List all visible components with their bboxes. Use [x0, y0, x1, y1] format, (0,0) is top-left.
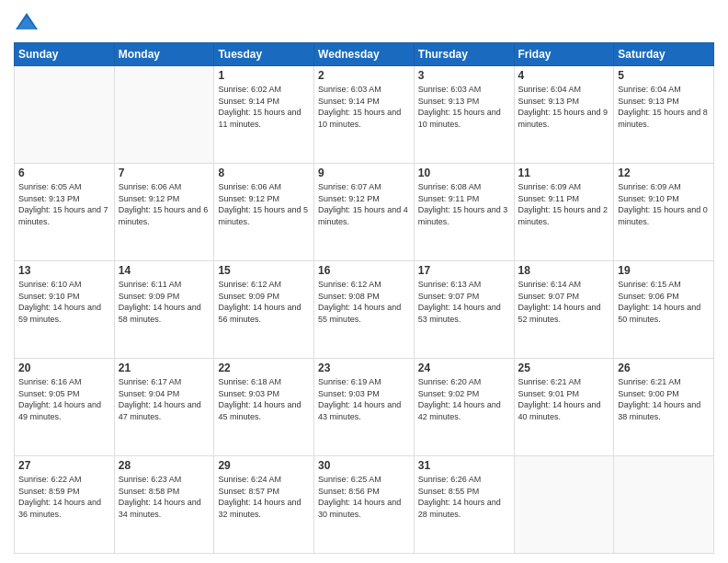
day-number: 17	[418, 264, 510, 277]
calendar-cell: 5 Sunrise: 6:04 AMSunset: 9:13 PMDayligh…	[614, 66, 714, 164]
day-number: 15	[218, 264, 310, 277]
logo-icon	[14, 9, 40, 35]
day-info: Sunrise: 6:21 AMSunset: 9:01 PMDaylight:…	[518, 376, 610, 422]
calendar-cell: 21 Sunrise: 6:17 AMSunset: 9:04 PMDaylig…	[114, 359, 214, 456]
calendar-table: SundayMondayTuesdayWednesdayThursdayFrid…	[14, 42, 714, 554]
calendar-cell: 24 Sunrise: 6:20 AMSunset: 9:02 PMDaylig…	[414, 359, 514, 456]
day-info: Sunrise: 6:26 AMSunset: 8:55 PMDaylight:…	[418, 474, 510, 520]
calendar-cell: 10 Sunrise: 6:08 AMSunset: 9:11 PMDaylig…	[414, 164, 514, 261]
calendar-week-1: 1 Sunrise: 6:02 AMSunset: 9:14 PMDayligh…	[15, 66, 714, 164]
day-number: 6	[18, 167, 110, 179]
calendar-cell: 23 Sunrise: 6:19 AMSunset: 9:03 PMDaylig…	[314, 359, 415, 456]
day-info: Sunrise: 6:23 AMSunset: 8:58 PMDaylight:…	[119, 474, 210, 520]
day-info: Sunrise: 6:03 AMSunset: 9:14 PMDaylight:…	[318, 84, 410, 130]
calendar-header-row: SundayMondayTuesdayWednesdayThursdayFrid…	[15, 43, 714, 66]
day-number: 30	[318, 459, 410, 472]
day-info: Sunrise: 6:09 AMSunset: 9:10 PMDaylight:…	[618, 181, 710, 227]
calendar-cell: 22 Sunrise: 6:18 AMSunset: 9:03 PMDaylig…	[214, 359, 314, 456]
calendar-header-sunday: Sunday	[15, 43, 115, 66]
calendar-cell: 30 Sunrise: 6:25 AMSunset: 8:56 PMDaylig…	[314, 456, 415, 554]
calendar-cell: 13 Sunrise: 6:10 AMSunset: 9:10 PMDaylig…	[15, 261, 115, 359]
day-number: 19	[618, 264, 710, 277]
calendar-cell: 6 Sunrise: 6:05 AMSunset: 9:13 PMDayligh…	[15, 164, 115, 261]
day-number: 13	[18, 264, 110, 277]
day-number: 3	[418, 69, 510, 82]
day-number: 22	[218, 362, 310, 374]
day-info: Sunrise: 6:13 AMSunset: 9:07 PMDaylight:…	[418, 279, 510, 325]
calendar-cell: 14 Sunrise: 6:11 AMSunset: 9:09 PMDaylig…	[114, 261, 214, 359]
logo	[14, 9, 43, 35]
calendar-cell: 25 Sunrise: 6:21 AMSunset: 9:01 PMDaylig…	[514, 359, 614, 456]
calendar-week-4: 20 Sunrise: 6:16 AMSunset: 9:05 PMDaylig…	[15, 359, 714, 456]
calendar-cell: 4 Sunrise: 6:04 AMSunset: 9:13 PMDayligh…	[514, 66, 614, 164]
day-info: Sunrise: 6:03 AMSunset: 9:13 PMDaylight:…	[418, 84, 510, 130]
calendar-header-monday: Monday	[114, 43, 214, 66]
day-number: 28	[119, 459, 210, 472]
day-info: Sunrise: 6:21 AMSunset: 9:00 PMDaylight:…	[618, 376, 710, 422]
day-number: 2	[318, 69, 410, 82]
calendar-header-friday: Friday	[514, 43, 614, 66]
calendar-header-thursday: Thursday	[414, 43, 514, 66]
day-info: Sunrise: 6:11 AMSunset: 9:09 PMDaylight:…	[119, 279, 210, 325]
day-info: Sunrise: 6:08 AMSunset: 9:11 PMDaylight:…	[418, 181, 510, 227]
calendar-cell	[114, 66, 214, 164]
day-number: 1	[218, 69, 310, 82]
calendar-cell: 28 Sunrise: 6:23 AMSunset: 8:58 PMDaylig…	[114, 456, 214, 554]
calendar-cell: 11 Sunrise: 6:09 AMSunset: 9:11 PMDaylig…	[514, 164, 614, 261]
calendar-cell: 2 Sunrise: 6:03 AMSunset: 9:14 PMDayligh…	[314, 66, 415, 164]
day-number: 31	[418, 459, 510, 472]
calendar-cell	[514, 456, 614, 554]
calendar-cell: 18 Sunrise: 6:14 AMSunset: 9:07 PMDaylig…	[514, 261, 614, 359]
calendar-cell: 19 Sunrise: 6:15 AMSunset: 9:06 PMDaylig…	[614, 261, 714, 359]
day-number: 21	[119, 362, 210, 374]
calendar-week-2: 6 Sunrise: 6:05 AMSunset: 9:13 PMDayligh…	[15, 164, 714, 261]
day-info: Sunrise: 6:18 AMSunset: 9:03 PMDaylight:…	[218, 376, 310, 422]
day-number: 18	[518, 264, 610, 277]
day-number: 20	[18, 362, 110, 374]
day-number: 9	[318, 167, 410, 179]
day-number: 29	[218, 459, 310, 472]
day-info: Sunrise: 6:04 AMSunset: 9:13 PMDaylight:…	[518, 84, 610, 130]
day-info: Sunrise: 6:15 AMSunset: 9:06 PMDaylight:…	[618, 279, 710, 325]
day-info: Sunrise: 6:07 AMSunset: 9:12 PMDaylight:…	[318, 181, 410, 227]
page: SundayMondayTuesdayWednesdayThursdayFrid…	[0, 0, 728, 563]
calendar-header-wednesday: Wednesday	[314, 43, 415, 66]
day-number: 16	[318, 264, 410, 277]
day-number: 14	[119, 264, 210, 277]
day-info: Sunrise: 6:02 AMSunset: 9:14 PMDaylight:…	[218, 84, 310, 130]
day-number: 24	[418, 362, 510, 374]
day-number: 4	[518, 69, 610, 82]
day-info: Sunrise: 6:22 AMSunset: 8:59 PMDaylight:…	[18, 474, 110, 520]
calendar-cell: 1 Sunrise: 6:02 AMSunset: 9:14 PMDayligh…	[214, 66, 314, 164]
day-number: 5	[618, 69, 710, 82]
day-info: Sunrise: 6:05 AMSunset: 9:13 PMDaylight:…	[18, 181, 110, 227]
day-info: Sunrise: 6:06 AMSunset: 9:12 PMDaylight:…	[119, 181, 210, 227]
day-info: Sunrise: 6:14 AMSunset: 9:07 PMDaylight:…	[518, 279, 610, 325]
day-number: 25	[518, 362, 610, 374]
calendar-cell: 31 Sunrise: 6:26 AMSunset: 8:55 PMDaylig…	[414, 456, 514, 554]
calendar-week-5: 27 Sunrise: 6:22 AMSunset: 8:59 PMDaylig…	[15, 456, 714, 554]
calendar-cell: 3 Sunrise: 6:03 AMSunset: 9:13 PMDayligh…	[414, 66, 514, 164]
day-number: 10	[418, 167, 510, 179]
header	[14, 9, 714, 35]
day-info: Sunrise: 6:19 AMSunset: 9:03 PMDaylight:…	[318, 376, 410, 422]
calendar-cell: 7 Sunrise: 6:06 AMSunset: 9:12 PMDayligh…	[114, 164, 214, 261]
day-info: Sunrise: 6:04 AMSunset: 9:13 PMDaylight:…	[618, 84, 710, 130]
day-info: Sunrise: 6:16 AMSunset: 9:05 PMDaylight:…	[18, 376, 110, 422]
day-info: Sunrise: 6:12 AMSunset: 9:09 PMDaylight:…	[218, 279, 310, 325]
day-number: 12	[618, 167, 710, 179]
calendar-header-tuesday: Tuesday	[214, 43, 314, 66]
day-number: 23	[318, 362, 410, 374]
day-number: 7	[119, 167, 210, 179]
day-number: 27	[18, 459, 110, 472]
day-number: 8	[218, 167, 310, 179]
calendar-week-3: 13 Sunrise: 6:10 AMSunset: 9:10 PMDaylig…	[15, 261, 714, 359]
calendar-cell	[614, 456, 714, 554]
day-info: Sunrise: 6:17 AMSunset: 9:04 PMDaylight:…	[119, 376, 210, 422]
calendar-cell: 17 Sunrise: 6:13 AMSunset: 9:07 PMDaylig…	[414, 261, 514, 359]
calendar-cell: 9 Sunrise: 6:07 AMSunset: 9:12 PMDayligh…	[314, 164, 415, 261]
calendar-header-saturday: Saturday	[614, 43, 714, 66]
calendar-cell: 8 Sunrise: 6:06 AMSunset: 9:12 PMDayligh…	[214, 164, 314, 261]
day-info: Sunrise: 6:12 AMSunset: 9:08 PMDaylight:…	[318, 279, 410, 325]
calendar-cell: 15 Sunrise: 6:12 AMSunset: 9:09 PMDaylig…	[214, 261, 314, 359]
